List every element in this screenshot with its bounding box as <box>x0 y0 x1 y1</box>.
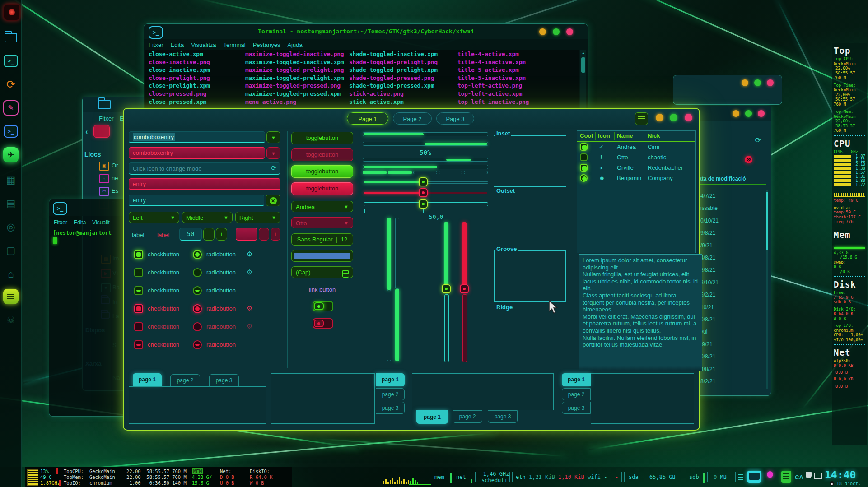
scrollbar[interactable] <box>766 190 768 389</box>
row-checkbox-checked[interactable] <box>580 164 588 172</box>
align-combobox-left[interactable]: Left▼ <box>129 212 179 223</box>
titlebar[interactable]: Page 1 Page 2 Page 3 <box>124 109 699 129</box>
close-button[interactable] <box>767 79 774 86</box>
clear-entry-button[interactable]: ✕ <box>266 195 280 206</box>
scale-knob[interactable] <box>419 177 428 186</box>
titlebar[interactable]: >_ Terminal - nestor@manjartort:~/Temes/… <box>144 24 588 39</box>
radiobutton-label[interactable]: radiobutton <box>206 286 236 295</box>
menu-list-icon[interactable] <box>738 474 743 475</box>
togglebutton-active[interactable]: togglebutton <box>291 165 353 178</box>
telegram-icon[interactable]: ✈ <box>3 147 19 162</box>
cpu-governor[interactable]: 1,46 GHz schedutil <box>481 467 511 487</box>
scroll-up-icon[interactable]: ▲ <box>580 50 586 56</box>
tab-page2[interactable]: page 2 <box>376 388 405 400</box>
location-pin-icon[interactable] <box>765 470 775 479</box>
font-button[interactable]: Sans Regular 12 <box>291 233 353 246</box>
gear-icon[interactable]: ⚙ <box>247 268 252 276</box>
clipboard-icon[interactable] <box>781 471 791 483</box>
tab-page2[interactable]: page 2 <box>453 410 482 423</box>
terminal-alt-icon[interactable]: >_ <box>3 124 19 139</box>
close-button[interactable] <box>566 28 573 35</box>
place-item[interactable]: Or <box>112 161 118 170</box>
checkbox-checked[interactable] <box>134 250 143 259</box>
radiobutton-empty[interactable] <box>193 268 202 277</box>
maximize-button[interactable] <box>553 28 560 35</box>
table-row[interactable]: ✓ Andrea Cimi <box>577 142 695 152</box>
maximize-button[interactable] <box>754 79 761 86</box>
back-button[interactable]: ‹ <box>85 127 88 137</box>
updater-icon[interactable]: ⟳ <box>3 77 19 92</box>
app-archive-icon[interactable]: ▤ <box>3 196 19 211</box>
checkbox-empty[interactable] <box>134 268 143 277</box>
menu-item-help[interactable]: Ajuda <box>287 40 302 50</box>
row-checkbox-checked[interactable] <box>580 143 588 151</box>
minimize-button[interactable] <box>656 114 663 121</box>
column-header-cool[interactable]: Cool <box>580 131 593 141</box>
tab-page2[interactable]: Page 2 <box>393 112 432 125</box>
gear-icon[interactable]: ⚙ <box>247 250 252 258</box>
scale-knob[interactable] <box>442 284 451 293</box>
checkbox-indeterminate[interactable] <box>134 286 143 295</box>
menu-item-file[interactable]: Fitxer <box>99 114 114 123</box>
notification-icon[interactable] <box>814 473 822 479</box>
files-icon[interactable] <box>3 30 19 45</box>
menu-item-edit[interactable]: Edita <box>171 40 184 50</box>
tab-page1[interactable]: page 1 <box>562 373 591 386</box>
maximize-button[interactable] <box>745 110 752 117</box>
link-button[interactable]: link button <box>291 286 353 294</box>
column-header-name[interactable]: Name <box>617 131 633 141</box>
maximize-button[interactable] <box>670 114 677 121</box>
tab-page1[interactable]: Page 1 <box>347 112 388 125</box>
radiobutton-indeterminate[interactable] <box>193 286 202 295</box>
minimize-button[interactable] <box>742 79 748 86</box>
tab-page3[interactable]: page 3 <box>209 374 239 386</box>
sda-indicator[interactable]: sda <box>629 467 639 487</box>
color-button[interactable] <box>291 250 353 262</box>
tab-page1[interactable]: page 1 <box>416 410 448 424</box>
forward-button[interactable] <box>93 125 110 138</box>
display-icon[interactable] <box>747 471 761 483</box>
align-combobox-middle[interactable]: Middle▼ <box>182 212 233 223</box>
scale-knob[interactable] <box>419 199 428 209</box>
radiobutton-label[interactable]: radiobutton <box>206 250 236 259</box>
align-combobox-right[interactable]: Right▼ <box>235 212 280 223</box>
spin-plus-button[interactable]: + <box>216 228 227 241</box>
table-row[interactable]: ! Otto chaotic <box>577 152 695 162</box>
tab-page1[interactable]: page 1 <box>376 373 405 386</box>
checkbutton-label[interactable]: checkbutton <box>148 268 179 277</box>
spin-minus-button[interactable]: − <box>203 228 215 241</box>
app-box-icon[interactable]: ▦ <box>3 172 19 188</box>
minimize-button[interactable] <box>733 110 739 117</box>
eth-indicator[interactable]: eth 1,21 KiB <box>516 467 555 487</box>
shell-prompt[interactable]: [nestor@manjartort <box>53 229 112 237</box>
close-button[interactable] <box>685 114 692 121</box>
clock[interactable]: 14:40 <box>825 469 856 480</box>
menu-item-tabs[interactable]: Pestanyes <box>253 40 280 50</box>
minimize-button[interactable] <box>539 28 546 35</box>
spinbutton-value[interactable]: 50 <box>179 228 202 241</box>
refresh-icon[interactable]: ⟳ <box>755 136 761 144</box>
shield-icon[interactable] <box>806 472 812 478</box>
textview[interactable]: Lorem ipsum dolor sit amet, consectetur … <box>579 254 702 371</box>
menu-item-view[interactable]: Visualitza <box>191 40 216 50</box>
sdb-indicator[interactable]: sdb <box>689 467 699 487</box>
tab-page3[interactable]: page 3 <box>376 402 405 414</box>
place-item[interactable]: Es <box>112 186 118 195</box>
skull-icon[interactable]: ☠ <box>3 312 19 328</box>
editor-icon[interactable]: ✎ <box>3 100 19 116</box>
togglebutton[interactable]: togglebutton <box>291 132 353 144</box>
row-checkbox-empty[interactable] <box>580 153 588 161</box>
table-row[interactable]: ◑ Orville Redenbacher <box>577 162 695 173</box>
menu-item-edit[interactable]: Edita <box>74 218 86 227</box>
tab-page3[interactable]: page 3 <box>562 402 591 414</box>
column-header-icon[interactable]: Icon <box>598 131 610 141</box>
clear-entry[interactable] <box>129 195 264 206</box>
scrollbar-thumb[interactable] <box>581 57 585 73</box>
tab-page2[interactable]: page 2 <box>170 374 200 386</box>
close-button[interactable] <box>758 110 765 117</box>
switch-on[interactable] <box>313 301 333 311</box>
tab-page1[interactable]: page 1 <box>133 373 162 386</box>
column-header-nick[interactable]: Nick <box>648 131 660 141</box>
icon-entry[interactable] <box>129 162 280 175</box>
combobox-arrow-button[interactable]: ▼ <box>266 131 280 143</box>
